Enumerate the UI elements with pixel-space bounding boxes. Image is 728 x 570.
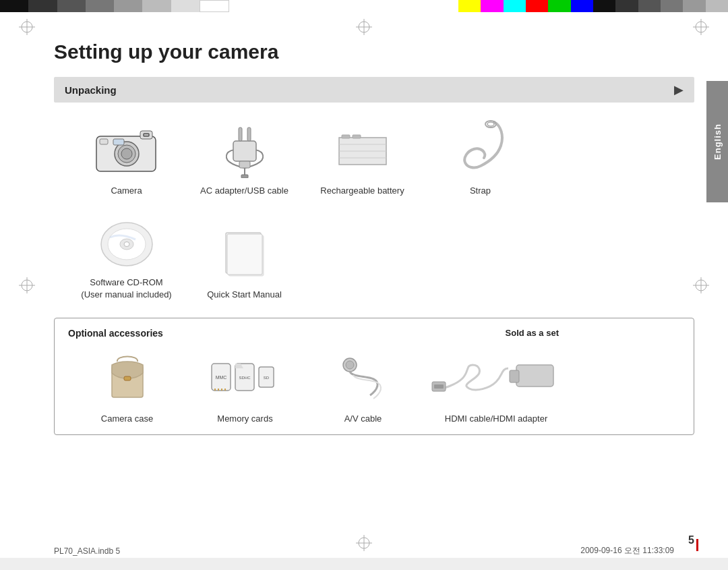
manual-icon — [218, 223, 272, 283]
item-battery: Rechargeable battery — [303, 119, 421, 197]
side-tab: English — [706, 81, 728, 202]
svg-rect-36 — [353, 135, 361, 138]
strap-icon — [457, 119, 504, 179]
sold-label: Sold as a set — [506, 328, 559, 338]
unpacking-section-bar: Unpacking ▶ — [54, 77, 694, 103]
item-manual: Quick Start Manual — [185, 223, 303, 301]
unpacking-arrow: ▶ — [674, 82, 684, 97]
item-strap: Strap — [421, 119, 539, 197]
svg-rect-24 — [144, 134, 149, 136]
reg-mark-tr — [693, 19, 709, 35]
camera-label: Camera — [111, 185, 142, 197]
memory-cards-icon: MMC SDHC SD — [208, 347, 282, 407]
manual-label: Quick Start Manual — [207, 289, 282, 301]
optional-title: Optional accessories — [68, 328, 680, 339]
hdmi-label: HDMI cable/HDMI adapter — [445, 413, 547, 425]
ac-adapter-label: AC adapter/USB cable — [200, 185, 289, 197]
svg-rect-31 — [241, 175, 248, 178]
camera-icon — [93, 119, 160, 179]
svg-rect-26 — [233, 141, 256, 161]
hdmi-icon — [429, 347, 564, 407]
svg-rect-62 — [434, 384, 444, 389]
svg-point-38 — [487, 122, 494, 126]
item-hdmi: HDMI cable/HDMI adapter — [422, 347, 570, 425]
item-camera: Camera — [67, 119, 185, 197]
reg-mark-mr — [693, 277, 709, 293]
reg-mark-tl — [19, 19, 35, 35]
item-cdrom: Software CD-ROM (User manual included) — [67, 210, 185, 301]
footer-left: PL70_ASIA.indb 5 — [54, 546, 120, 556]
side-tab-label: English — [712, 123, 723, 160]
unpacking-items-row2: Software CD-ROM (User manual included) Q… — [54, 210, 694, 301]
battery-icon — [332, 119, 393, 179]
camera-case-label: Camera case — [101, 413, 153, 425]
svg-text:SD: SD — [263, 376, 269, 380]
item-memory-cards: MMC SDHC SD — [186, 347, 304, 425]
reg-mark-tc — [356, 19, 372, 35]
svg-rect-35 — [342, 135, 350, 138]
av-cable-icon — [333, 347, 394, 407]
battery-label: Rechargeable battery — [320, 185, 404, 197]
svg-point-42 — [124, 242, 129, 247]
accessories-items-row: Camera case MMC SDHC — [68, 347, 680, 425]
optional-accessories-box: Optional accessories Sold as a set — [54, 318, 694, 435]
svg-rect-46 — [124, 376, 131, 380]
unpacking-items-row1: Camera AC adap — [54, 119, 694, 197]
svg-rect-29 — [239, 161, 250, 168]
camera-case-icon — [104, 347, 151, 407]
strap-label: Strap — [470, 185, 491, 197]
av-cable-label: A/V cable — [344, 413, 382, 425]
svg-rect-27 — [239, 127, 242, 141]
footer: PL70_ASIA.indb 5 2009-09-16 오전 11:33:09 — [0, 545, 728, 557]
ac-adapter-icon — [208, 119, 282, 179]
svg-rect-60 — [510, 370, 519, 382]
reg-mark-ml — [19, 277, 35, 293]
page-title: Setting up your camera — [54, 40, 694, 63]
svg-point-58 — [346, 361, 354, 369]
svg-rect-28 — [247, 127, 251, 141]
item-camera-case: Camera case — [68, 347, 186, 425]
footer-right: 2009-09-16 오전 11:33:09 — [580, 545, 674, 557]
svg-point-21 — [121, 148, 132, 159]
item-ac-adapter: AC adapter/USB cable — [185, 119, 303, 197]
cdrom-label: Software CD-ROM (User manual included) — [81, 277, 171, 301]
unpacking-label: Unpacking — [65, 84, 117, 96]
svg-rect-59 — [516, 365, 553, 387]
svg-rect-22 — [100, 139, 108, 144]
svg-rect-25 — [113, 139, 124, 145]
memory-cards-label: Memory cards — [217, 413, 272, 425]
item-av-cable: A/V cable — [304, 347, 422, 425]
svg-rect-45 — [227, 234, 262, 275]
svg-text:MMC: MMC — [215, 375, 226, 380]
bottom-bar — [0, 558, 728, 570]
cdrom-icon — [96, 210, 157, 271]
svg-text:SDHC: SDHC — [239, 376, 251, 380]
